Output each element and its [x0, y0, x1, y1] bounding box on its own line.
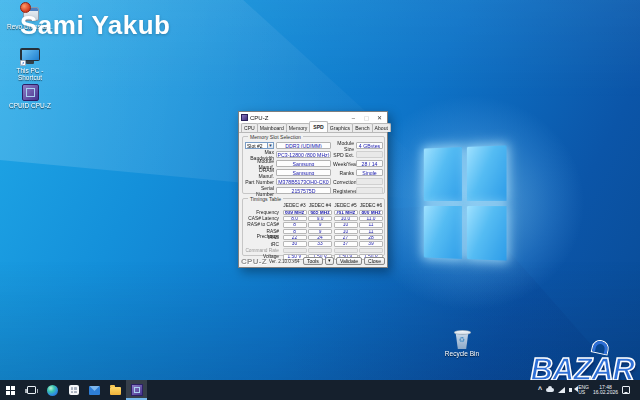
network-icon[interactable] [558, 387, 565, 393]
timing-cell: 8 [283, 229, 307, 234]
taskbar-cpuz-running[interactable] [126, 380, 147, 400]
timing-cell: 28 [359, 235, 383, 240]
group-title: Memory Slot Selection [248, 134, 303, 140]
tab-bar: CPU Mainboard Memory SPD Graphics Bench … [239, 123, 387, 133]
task-view-button[interactable] [21, 380, 42, 400]
maximize-button: ▢ [361, 113, 372, 123]
tab-mainboard[interactable]: Mainboard [257, 123, 287, 132]
desktop-icon-cpuz[interactable]: CPUID CPU-Z [6, 84, 54, 109]
spd-ext-value [356, 151, 383, 158]
field-label: Ranks [333, 170, 354, 176]
timing-cell: 11 [359, 222, 383, 227]
timing-cell: 10 [334, 222, 358, 227]
module-size-value: 4 GBytes [356, 142, 383, 149]
timing-cell: 8.0 [283, 216, 307, 221]
cpuz-app-icon [241, 114, 248, 121]
desktop-icon-label: Recycle Bin [445, 350, 479, 357]
cpuz-logo: CPU-Z [241, 257, 267, 266]
tab-bench[interactable]: Bench [352, 123, 372, 132]
desktop-icon-recycle-bin[interactable]: ♻ Recycle Bin [438, 329, 486, 357]
field-label: SPD Ext. [333, 152, 354, 158]
desktop-icon-this-pc[interactable]: ↗ This PC - Shortcut [6, 48, 54, 81]
app-grid-icon [69, 385, 79, 395]
group-title: Timings Table [248, 196, 283, 202]
tab-cpu[interactable]: CPU [241, 123, 258, 132]
tab-spd[interactable]: SPD [309, 121, 327, 132]
windows-logo-pane [424, 147, 462, 200]
timing-cell [283, 248, 307, 253]
timing-cell: 11.0 [359, 216, 383, 221]
part-number-value: M378B5173QH0-CK0 [276, 178, 331, 185]
recycle-symbol-icon: ♻ [454, 336, 471, 344]
timing-row-label: tRC [245, 242, 281, 247]
timing-cell: 609 MHz [283, 210, 307, 215]
timing-row-label: RAS# Precharge [245, 229, 281, 234]
field-label: Registered [333, 188, 354, 194]
cpuz-icon [22, 84, 39, 101]
timing-column-header: JEDEC #4 [308, 203, 332, 209]
timings-table: JEDEC #3 JEDEC #4 JEDEC #5 JEDEC #6 Freq… [245, 203, 382, 260]
timing-cell [334, 248, 358, 253]
desktop-icon-label: CPUID CPU-Z [9, 102, 51, 109]
window-title: CPU-Z [250, 115, 346, 121]
dram-manuf-value: Samsung [276, 169, 331, 176]
taskbar-edge[interactable] [42, 380, 63, 400]
timing-column-header: JEDEC #5 [334, 203, 358, 209]
timing-row-label: RAS# to CAS# [245, 222, 281, 227]
week-year-value: 28 / 14 [356, 160, 383, 167]
taskbar-app-grid[interactable] [63, 380, 84, 400]
timing-cell: 22 [283, 235, 307, 240]
cpuz-icon [131, 384, 143, 396]
taskbar-file-explorer[interactable] [105, 380, 126, 400]
volume-icon[interactable] [569, 388, 572, 393]
tools-button[interactable]: Tools [303, 257, 323, 265]
tab-graphics[interactable]: Graphics [327, 123, 353, 132]
timing-cell: 33 [308, 241, 332, 246]
tools-dropdown-button[interactable]: ▼ [325, 257, 334, 265]
start-button[interactable] [0, 380, 21, 400]
windows-logo-pane [466, 145, 506, 200]
desktop: Sami Yakub Revo Uninstal... ↗ This PC - … [0, 0, 640, 400]
timing-cell: 10.0 [334, 216, 358, 221]
timing-row-label: Frequency [245, 210, 281, 215]
timings-table-group: Timings Table JEDEC #3 JEDEC #4 JEDEC #5… [242, 198, 385, 256]
timing-cell [308, 248, 332, 253]
tray-chevron-icon[interactable]: ^ [538, 386, 542, 394]
taskbar-mail[interactable] [84, 380, 105, 400]
close-button[interactable]: Close [364, 257, 385, 265]
file-explorer-icon [110, 387, 121, 396]
max-bandwidth-value: PC3-12800 (800 MHz) [276, 151, 331, 158]
timing-cell: 27 [334, 235, 358, 240]
timing-cell: 8 [283, 222, 307, 227]
edge-icon [47, 385, 58, 396]
registered-value [356, 187, 383, 194]
timing-cell: 9 [308, 229, 332, 234]
tab-about[interactable]: About [372, 123, 391, 132]
this-pc-icon: ↗ [19, 48, 41, 66]
field-label: Week/Year [333, 161, 354, 167]
action-center-icon[interactable] [622, 386, 630, 394]
system-tray: ^ ENG US 17:48 16.02.2026 [538, 380, 640, 400]
task-view-icon [27, 386, 36, 394]
field-label: Module Size [333, 140, 354, 152]
memory-slot-selection-group: Memory Slot Selection Slot #2 ▼ DDR3 (UD… [242, 136, 385, 194]
tab-memory[interactable]: Memory [286, 123, 310, 132]
field-label: Correction [333, 179, 354, 185]
windows-logo-pane [466, 206, 506, 261]
cpuz-window: CPU-Z – ▢ ✕ CPU Mainboard Memory SPD Gra… [238, 111, 388, 268]
timing-cell: 11 [359, 229, 383, 234]
language-indicator[interactable]: ENG US [578, 385, 589, 396]
onedrive-cloud-icon[interactable] [546, 388, 554, 392]
desktop-icon-label: This PC - Shortcut [6, 67, 54, 81]
validate-button[interactable]: Validate [336, 257, 362, 265]
module-manuf-value: Samsung [276, 160, 331, 167]
timing-cell: 9.0 [308, 216, 332, 221]
version-text: Ver. 2.10.0.x64 [269, 259, 301, 264]
close-window-button[interactable]: ✕ [374, 113, 385, 123]
timing-cell: 30 [283, 241, 307, 246]
clock[interactable]: 17:48 16.02.2026 [593, 385, 618, 396]
timing-column-header: JEDEC #6 [359, 203, 383, 209]
ranks-value: Single [356, 169, 383, 176]
timing-column-header: JEDEC #3 [283, 203, 307, 209]
minimize-button[interactable]: – [348, 113, 359, 123]
